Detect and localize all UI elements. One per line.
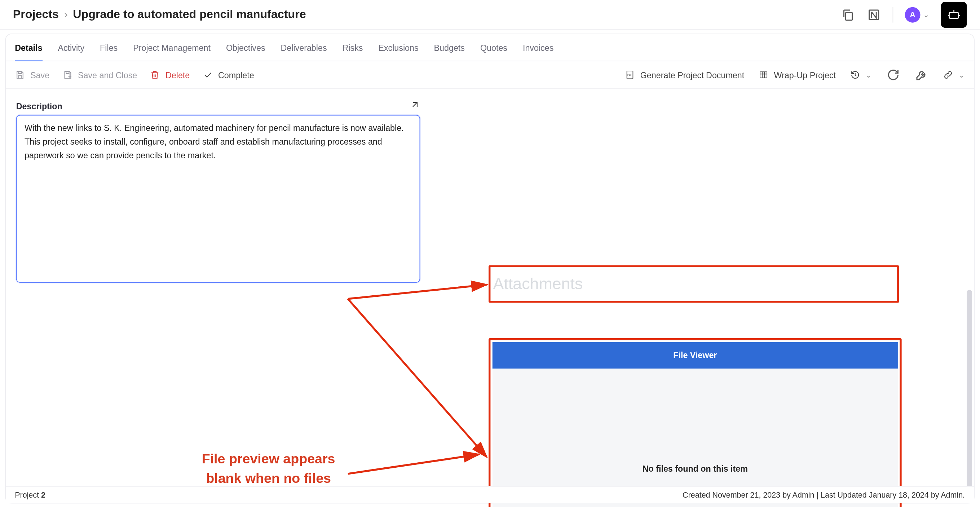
breadcrumb: Projects › Upgrade to automated pencil m… — [13, 8, 306, 21]
project-id-number: 2 — [41, 490, 45, 499]
svg-rect-0 — [845, 12, 852, 20]
page-title: Upgrade to automated pencil manufacture — [73, 8, 306, 21]
assistant-button[interactable] — [941, 2, 967, 27]
tab-objectives[interactable]: Objectives — [226, 43, 266, 60]
avatar: A — [905, 7, 921, 22]
tab-activity[interactable]: Activity — [58, 43, 84, 60]
tab-exclusions[interactable]: Exclusions — [378, 43, 418, 60]
delete-button[interactable]: Delete — [150, 70, 190, 80]
copy-icon[interactable] — [841, 8, 855, 22]
footer: Project 2 Created November 21, 2023 by A… — [6, 486, 974, 503]
chevron-down-icon: ⌄ — [865, 70, 872, 79]
toolbar: Save Save and Close Delete Complete — [6, 61, 974, 89]
svg-text:PDF: PDF — [627, 73, 633, 76]
wrap-up-button[interactable]: Wrap-Up Project — [759, 70, 836, 80]
complete-button[interactable]: Complete — [203, 70, 254, 80]
description-textarea[interactable]: With the new links to S. K. Engineering,… — [16, 115, 420, 283]
save-button[interactable]: Save — [15, 70, 49, 80]
tab-budgets[interactable]: Budgets — [434, 43, 465, 60]
complete-label: Complete — [218, 70, 254, 80]
svg-rect-5 — [760, 72, 767, 78]
scrollbar-thumb[interactable] — [967, 290, 972, 497]
tab-risks[interactable]: Risks — [342, 43, 363, 60]
svg-line-8 — [348, 455, 479, 474]
breadcrumb-root[interactable]: Projects — [13, 8, 59, 21]
tab-files[interactable]: Files — [100, 43, 118, 60]
description-text: With the new links to S. K. Engineering,… — [24, 123, 404, 160]
project-id-label: Project — [15, 490, 41, 499]
file-viewer: File Viewer No files found on this item — [493, 342, 898, 507]
generate-doc-label: Generate Project Document — [640, 70, 744, 80]
scrollbar[interactable] — [966, 96, 973, 483]
user-menu[interactable]: A ⌄ — [905, 7, 929, 22]
notion-icon[interactable] — [867, 8, 881, 22]
header-bar: Projects › Upgrade to automated pencil m… — [0, 0, 980, 30]
project-id: Project 2 — [15, 490, 45, 499]
svg-line-6 — [348, 284, 487, 299]
footer-meta: Created November 21, 2023 by Admin | Las… — [682, 490, 965, 499]
tab-body: Description With the new links to S. K. … — [6, 89, 974, 490]
chevron-right-icon: › — [64, 8, 68, 21]
main-card: Details Activity Files Project Managemen… — [5, 33, 975, 504]
tab-deliverables[interactable]: Deliverables — [281, 43, 327, 60]
link-dropdown[interactable]: ⌄ — [943, 70, 965, 80]
divider — [893, 7, 894, 22]
svg-rect-2 — [949, 12, 958, 18]
save-label: Save — [30, 70, 49, 80]
annotation-rect-attachments — [488, 265, 899, 303]
wrench-icon[interactable] — [915, 68, 928, 82]
generate-doc-button[interactable]: PDF Generate Project Document — [625, 70, 744, 80]
tab-invoices[interactable]: Invoices — [523, 43, 554, 60]
chevron-down-icon: ⌄ — [923, 10, 929, 19]
description-label: Description — [16, 101, 62, 111]
tab-project-management[interactable]: Project Management — [133, 43, 210, 60]
tab-bar: Details Activity Files Project Managemen… — [6, 34, 974, 61]
chevron-down-icon: ⌄ — [958, 70, 965, 79]
tab-quotes[interactable]: Quotes — [480, 43, 507, 60]
wrap-up-label: Wrap-Up Project — [774, 70, 836, 80]
save-close-button[interactable]: Save and Close — [62, 70, 137, 80]
delete-label: Delete — [165, 70, 190, 80]
svg-line-7 — [348, 299, 487, 457]
annotation-rect-fileviewer: File Viewer No files found on this item — [488, 338, 902, 507]
save-close-label: Save and Close — [78, 70, 137, 80]
annotation-arrow-3 — [345, 448, 493, 480]
refresh-icon[interactable] — [886, 68, 900, 82]
expand-icon[interactable] — [410, 100, 420, 113]
annotation-arrow-2 — [342, 289, 503, 476]
file-viewer-header: File Viewer — [493, 342, 898, 369]
tab-details[interactable]: Details — [15, 43, 42, 60]
history-dropdown[interactable]: ⌄ — [850, 70, 872, 80]
